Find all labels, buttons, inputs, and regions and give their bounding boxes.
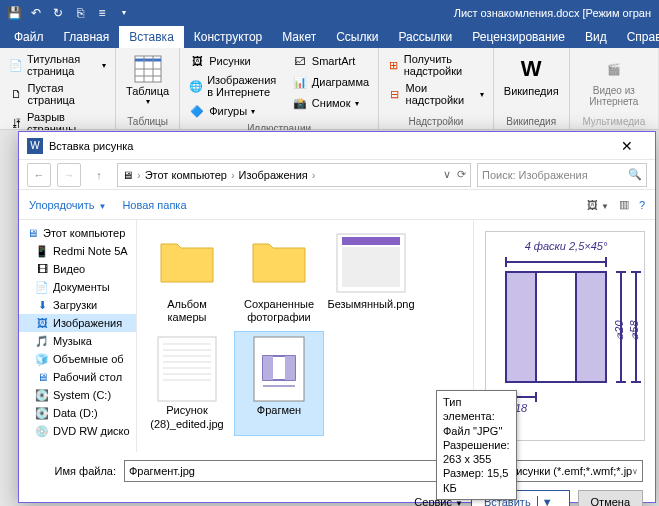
cover-page-button[interactable]: 📄Титульная страница▾ [6, 51, 109, 79]
file-item[interactable]: Сохраненные фотографии [235, 226, 323, 328]
wikipedia-icon: W [515, 53, 547, 85]
file-list: Альбом камеры Сохраненные фотографии Без… [137, 220, 473, 452]
tab-layout[interactable]: Макет [272, 26, 326, 48]
tree-drive-d[interactable]: 💽Data (D:) [19, 404, 136, 422]
tree-drive-c[interactable]: 💽System (C:) [19, 386, 136, 404]
fwd-button[interactable]: → [57, 163, 81, 187]
view-icons-button[interactable]: 🖼 ▼ [587, 199, 609, 211]
blank-page-button[interactable]: 🗋Пустая страница [6, 80, 109, 108]
tree-dvd[interactable]: 💿DVD RW диско [19, 422, 136, 440]
svg-text:4 фаски 2,5×45°: 4 фаски 2,5×45° [524, 240, 607, 252]
svg-rect-20 [285, 356, 295, 380]
svg-rect-24 [506, 272, 536, 382]
tab-review[interactable]: Рецензирование [462, 26, 575, 48]
svg-rect-9 [158, 337, 216, 401]
video-button: 🎬 Видео из Интернета [576, 51, 652, 114]
break-icon: ⭿ [9, 115, 23, 131]
tree-phone[interactable]: 📱Redmi Note 5A [19, 242, 136, 260]
file-item[interactable]: Альбом камеры [143, 226, 231, 328]
undo-icon[interactable]: ↶ [26, 3, 46, 23]
filename-label: Имя файла: [31, 465, 116, 477]
menu-icon[interactable]: ≡ [92, 3, 112, 23]
tree-desktop[interactable]: 🖥Рабочий стол [19, 368, 136, 386]
wikipedia-button[interactable]: W Википедия [500, 51, 563, 114]
word-icon: W [27, 138, 43, 154]
folder-icon [251, 242, 307, 284]
group-media: Мультимедиа [582, 114, 645, 129]
svg-text:⌀20: ⌀20 [613, 320, 625, 340]
back-button[interactable]: ← [27, 163, 51, 187]
preview-pane-button[interactable]: ▥ [619, 198, 629, 211]
close-button[interactable]: ✕ [607, 138, 647, 154]
page-icon: 📄 [9, 57, 23, 73]
image-thumb [157, 336, 217, 402]
tab-refs[interactable]: Ссылки [326, 26, 388, 48]
file-item-selected[interactable]: Фрагмен [235, 332, 323, 434]
folder-icon [159, 242, 215, 284]
group-tables: Таблицы [127, 114, 168, 129]
tree-pictures[interactable]: 🖼Изображения [19, 314, 136, 332]
tab-help[interactable]: Справка [617, 26, 659, 48]
get-addins-button[interactable]: ⊞Получить надстройки [385, 51, 487, 79]
window-title: Лист ознакомления.docx [Режим огран [454, 7, 659, 19]
tree-music[interactable]: 🎵Музыка [19, 332, 136, 350]
tree-documents[interactable]: 📄Документы [19, 278, 136, 296]
svg-rect-17 [254, 337, 304, 401]
smartart-button[interactable]: 🗠SmartArt [289, 51, 372, 71]
tab-mailings[interactable]: Рассылки [388, 26, 462, 48]
dialog-title: Вставка рисунка [49, 140, 133, 152]
touch-icon[interactable]: ⎘ [70, 3, 90, 23]
tree-videos[interactable]: 🎞Видео [19, 260, 136, 278]
svg-rect-25 [576, 272, 606, 382]
shapes-button[interactable]: 🔷Фигуры▾ [186, 101, 285, 121]
up-button[interactable]: ↑ [87, 163, 111, 187]
insert-split-icon[interactable]: ▼ [537, 496, 557, 506]
smartart-icon: 🗠 [292, 53, 308, 69]
pictures-button[interactable]: 🖼Рисунки [186, 51, 285, 71]
tree-3d[interactable]: 🧊Объемные об [19, 350, 136, 368]
online-pictures-button[interactable]: 🌐Изображения в Интернете [186, 72, 285, 100]
screenshot-button[interactable]: 📸Снимок▾ [289, 93, 372, 113]
table-icon [132, 53, 164, 85]
tree-downloads[interactable]: ⬇Загрузки [19, 296, 136, 314]
table-button[interactable]: Таблица▾ [122, 51, 173, 114]
ribbon-tabs: Файл Главная Вставка Конструктор Макет С… [0, 25, 659, 48]
breadcrumb[interactable]: 🖥› Этот компьютер› Изображения› ∨⟳ [117, 163, 471, 187]
redo-icon[interactable]: ↻ [48, 3, 68, 23]
tree-this-pc[interactable]: 🖥Этот компьютер [19, 224, 136, 242]
svg-text:⌀58: ⌀58 [628, 320, 640, 340]
tab-view[interactable]: Вид [575, 26, 617, 48]
refresh-icon[interactable]: ⟳ [457, 168, 466, 181]
file-item[interactable]: Рисунок (28)_edited.jpg [143, 332, 231, 434]
qat-dd-icon[interactable]: ▾ [114, 3, 134, 23]
search-icon: 🔍 [628, 168, 642, 181]
image-thumb [253, 336, 305, 402]
save-icon[interactable]: 💾 [4, 3, 24, 23]
tab-home[interactable]: Главная [54, 26, 120, 48]
organize-button[interactable]: Упорядочить▼ [29, 199, 106, 211]
addins-icon: ⊟ [388, 86, 402, 102]
pc-icon: 🖥 [122, 169, 133, 181]
file-item[interactable]: Безымянный.png [327, 226, 415, 328]
tab-design[interactable]: Конструктор [184, 26, 272, 48]
folder-tree: 🖥Этот компьютер 📱Redmi Note 5A 🎞Видео 📄Д… [19, 220, 137, 452]
blank-icon: 🗋 [9, 86, 24, 102]
search-input[interactable]: Поиск: Изображения 🔍 [477, 163, 647, 187]
group-wiki: Википедия [506, 114, 556, 129]
svg-rect-7 [342, 237, 400, 245]
newfolder-button[interactable]: Новая папка [122, 199, 186, 211]
group-addins: Надстройки [409, 114, 464, 129]
file-tooltip: Тип элемента: Файл "JPG" Разрешение: 263… [436, 390, 517, 500]
cancel-button[interactable]: Отмена [578, 490, 643, 506]
filename-input[interactable]: Фрагмент.jpg∨ [124, 460, 475, 482]
tab-file[interactable]: Файл [4, 26, 54, 48]
chart-icon: 📊 [292, 74, 308, 90]
help-icon[interactable]: ? [639, 199, 645, 211]
my-addins-button[interactable]: ⊟Мои надстройки▾ [385, 80, 487, 108]
svg-rect-8 [342, 247, 400, 287]
tab-insert[interactable]: Вставка [119, 26, 184, 48]
store-icon: ⊞ [388, 57, 400, 73]
online-icon: 🌐 [189, 78, 203, 94]
svg-rect-19 [263, 356, 273, 380]
chart-button[interactable]: 📊Диаграмма [289, 72, 372, 92]
